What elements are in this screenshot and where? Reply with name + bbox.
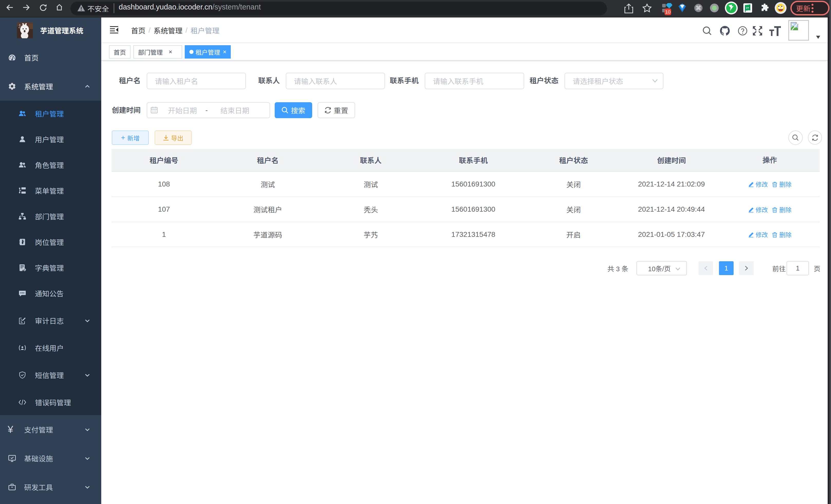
svg-text:10: 10: [665, 9, 670, 14]
svg-text:⌘: ⌘: [695, 5, 701, 11]
